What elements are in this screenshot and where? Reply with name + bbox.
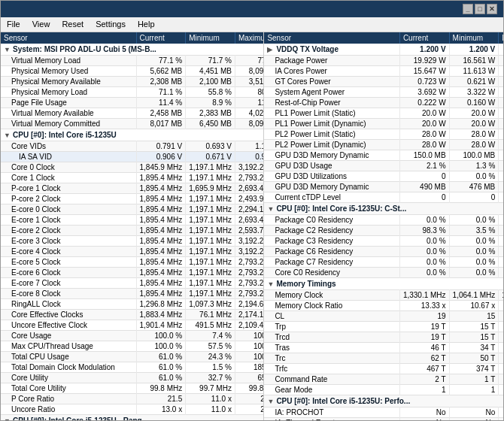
value-cur: 1,296.8 MHz bbox=[136, 299, 186, 310]
value-cur: 100.0 % bbox=[136, 331, 186, 341]
table-row: Total Core Utility99.8 MHz99.7 MHz99.8 M… bbox=[1, 383, 264, 394]
sensor-name-cell: Uncore Effective Clock bbox=[1, 320, 136, 331]
menu-reset[interactable]: Reset bbox=[59, 19, 87, 30]
value-min: 1,197.1 MHz bbox=[186, 268, 235, 278]
expand-icon[interactable]: ▼ bbox=[267, 205, 275, 213]
sensor-name-cell: E-core 4 Clock bbox=[1, 247, 136, 257]
section-header-row[interactable]: ▼CPU [#0]: Intel Core i5-1235U - Rang... bbox=[1, 415, 264, 421]
value-max: 65.4 % bbox=[235, 373, 264, 383]
value-max: 1 bbox=[499, 374, 503, 385]
section-header-row[interactable]: ▼CPU [#0]: Intel Core i5-1235U: Perfo... bbox=[264, 395, 503, 407]
value-max: 20.0 W bbox=[499, 108, 503, 119]
value-max: 0.911 V bbox=[235, 152, 264, 162]
value-min: 76.1 MHz bbox=[186, 310, 235, 320]
value-cur: 0.791 V bbox=[136, 141, 186, 152]
expand-icon[interactable]: ▼ bbox=[4, 132, 11, 139]
expand-icon[interactable]: ▼ bbox=[4, 417, 11, 420]
sensor-name-cell: E-core 2 Clock bbox=[1, 226, 136, 236]
col-maximum-r: Maximum bbox=[499, 32, 503, 44]
section-header-row[interactable]: ▶VDDQ TX Voltage1.200 V1.200 V1.200 V1.2… bbox=[264, 44, 503, 56]
value-max: 1,596.5 MHz bbox=[499, 290, 503, 301]
expand-icon[interactable]: ▼ bbox=[4, 46, 11, 53]
value-max: 22 T bbox=[499, 332, 503, 343]
close-button[interactable]: ✕ bbox=[487, 4, 497, 14]
value-cur: 0 bbox=[399, 192, 449, 203]
table-row: P-core 2 Clock1,895.4 MHz1,197.1 MHz2,49… bbox=[1, 194, 264, 204]
value-cur: 467 T bbox=[399, 364, 449, 374]
value-cur: 0.0 % bbox=[399, 257, 449, 268]
table-row: System Agent Power3.692 W3.322 W4.318 W3… bbox=[264, 87, 503, 98]
section-header-row[interactable]: ▼Memory Timings bbox=[264, 278, 503, 290]
section-header-row[interactable]: ▼CPU [#0]: Intel Core i5-1235U: C-St... bbox=[264, 203, 503, 215]
minimize-button[interactable]: _ bbox=[463, 4, 473, 14]
sensor-name-cell: Physical Memory Available bbox=[1, 77, 136, 87]
menu-help[interactable]: Help bbox=[135, 19, 158, 30]
sensor-name-cell: GPU D3D Usage bbox=[264, 161, 399, 171]
table-row: RingALL Clock1,296.8 MHz1,097.3 MHz2,194… bbox=[1, 299, 264, 310]
value-min: 0.0 % bbox=[449, 215, 499, 226]
right-panel[interactable]: Sensor Current Minimum Maximum Average ▶… bbox=[264, 32, 503, 420]
sensor-name-cell: RingALL Clock bbox=[1, 299, 136, 310]
value-cur: 28.0 W bbox=[399, 140, 449, 150]
value-cur: 1,895.4 MHz bbox=[136, 183, 186, 194]
expand-icon[interactable]: ▼ bbox=[267, 398, 275, 405]
value-min: No bbox=[449, 407, 499, 418]
table-row: Physical Memory Available2,308 MB2,100 M… bbox=[1, 77, 264, 87]
value-max: 2,793.2 MHz bbox=[235, 289, 264, 299]
value-cur: 3.692 W bbox=[399, 87, 449, 98]
sensor-name-cell: Max CPU/Thread Usage bbox=[1, 341, 136, 352]
table-row: P-core 1 Clock1,895.4 MHz1,695.9 MHz2,69… bbox=[1, 183, 264, 194]
maximize-button[interactable]: □ bbox=[475, 4, 485, 14]
value-max: 53 T bbox=[499, 343, 503, 353]
col-minimum-r: Minimum bbox=[449, 32, 499, 44]
value-cur: 2.1 % bbox=[399, 161, 449, 171]
value-min: 1,097.3 MHz bbox=[186, 299, 235, 310]
expand-icon[interactable]: ▶ bbox=[267, 46, 275, 53]
value-cur: 19 T bbox=[399, 332, 449, 343]
table-row: E-core 1 Clock1,895.4 MHz1,197.1 MHz2,69… bbox=[1, 215, 264, 226]
sensor-name-cell: Core 0 Clock bbox=[1, 162, 136, 173]
table-row: Tras46 T34 T53 T bbox=[264, 343, 503, 353]
menu-view[interactable]: View bbox=[29, 19, 53, 30]
table-row: Package C3 Residency0.0 %0.0 %0.0 %0.0 % bbox=[264, 236, 503, 247]
value-cur: 0.723 W bbox=[399, 77, 449, 87]
sensor-name-cell: Total Domain Clock Modulation bbox=[1, 362, 136, 373]
value-max: 185.1 % bbox=[235, 362, 264, 373]
value-cur: 1,895.4 MHz bbox=[136, 278, 186, 289]
left-panel[interactable]: Sensor Current Minimum Maximum Average ▼… bbox=[1, 32, 264, 420]
window-controls[interactable]: _ □ ✕ bbox=[463, 4, 497, 14]
value-max: 8,091 MB bbox=[235, 119, 264, 129]
sensor-name-cell: Package C3 Residency bbox=[264, 236, 399, 247]
table-row: E-core 2 Clock1,895.4 MHz1,197.1 MHz2,59… bbox=[1, 226, 264, 236]
value-max: 22.402 W bbox=[499, 56, 503, 66]
value-max: 8,090 MB bbox=[235, 66, 264, 77]
value-min: 0.0 % bbox=[449, 268, 499, 278]
table-row: Total Domain Clock Modulation61.0 %1.5 %… bbox=[1, 362, 264, 373]
table-row: IA SA VID0.906 V0.671 V0.911 V0.736 V bbox=[1, 152, 264, 162]
table-row: E-core 7 Clock1,895.4 MHz1,197.1 MHz2,79… bbox=[1, 278, 264, 289]
menu-file[interactable]: File bbox=[4, 19, 23, 30]
value-min: No bbox=[449, 418, 499, 421]
sensor-name-cell: Trc bbox=[264, 353, 399, 364]
value-cur: 13.33 x bbox=[399, 301, 449, 311]
value-cur: 1,895.4 MHz bbox=[136, 247, 186, 257]
section-label: CPU [#0]: Intel Core i5-1235U: Perfo... bbox=[276, 397, 410, 405]
value-min: 8.9 % bbox=[186, 98, 235, 108]
sensor-name-cell: Total CPU Usage bbox=[1, 352, 136, 362]
section-header-row[interactable]: ▼System: MSI PRO ADL-U Cubi 5 (MS-B... bbox=[1, 44, 264, 56]
table-row: P Core Ratio21.511.0 x22.0 x14.3 x bbox=[1, 394, 264, 404]
value-min: 476 MB bbox=[449, 182, 499, 192]
expand-icon[interactable]: ▼ bbox=[267, 280, 275, 288]
value-min: 1,197.1 MHz bbox=[186, 278, 235, 289]
value-min: 2,383 MB bbox=[186, 108, 235, 119]
value-min: 1,197.1 MHz bbox=[186, 236, 235, 247]
value-cur: 19.929 W bbox=[399, 56, 449, 66]
menu-settings[interactable]: Settings bbox=[93, 19, 129, 30]
table-row: GPU D3D Usage2.1 %1.3 %10.2 %2.0 % bbox=[264, 161, 503, 171]
value-min: 11.0 x bbox=[186, 394, 235, 404]
table-row: E-core 5 Clock1,895.4 MHz1,197.1 MHz2,79… bbox=[1, 257, 264, 268]
right-header: Sensor Current Minimum Maximum Average bbox=[264, 32, 503, 44]
right-table: Sensor Current Minimum Maximum Average ▶… bbox=[264, 32, 503, 420]
section-header-row[interactable]: ▼CPU [#0]: Intel Core i5-1235U bbox=[1, 129, 264, 141]
table-row: Physical Memory Used5,662 MB4,451 MB8,09… bbox=[1, 66, 264, 77]
